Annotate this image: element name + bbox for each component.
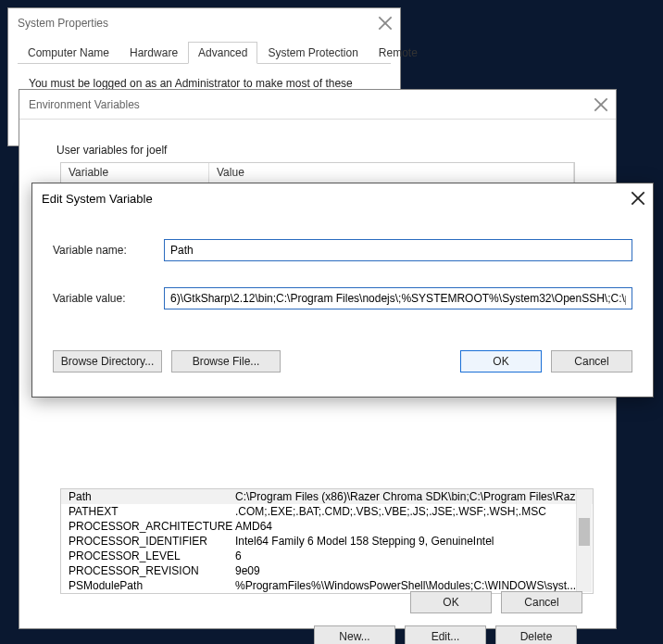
close-icon[interactable] xyxy=(594,97,608,112)
edit-system-variable-dialog: Edit System Variable Variable name: Vari… xyxy=(31,183,654,398)
system-variables-list[interactable]: PathC:\Program Files (x86)\Razer Chroma … xyxy=(60,488,594,594)
new-button[interactable]: New... xyxy=(314,625,395,644)
table-row: PROCESSOR_ARCHITECTUREAMD64 xyxy=(61,519,593,534)
variable-value-label: Variable value: xyxy=(53,292,164,305)
envvars-titlebar: Environment Variables xyxy=(19,90,616,120)
tab-computer-name[interactable]: Computer Name xyxy=(18,42,119,64)
col-variable[interactable]: Variable xyxy=(61,163,209,183)
edit-button[interactable]: Edit... xyxy=(405,625,486,644)
table-row: PROCESSOR_REVISION9e09 xyxy=(61,563,593,578)
user-vars-header: Variable Value xyxy=(60,162,575,184)
sysprops-tabs: Computer Name Hardware Advanced System P… xyxy=(8,38,400,64)
table-row: PATHEXT.COM;.EXE;.BAT;.CMD;.VBS;.VBE;.JS… xyxy=(61,504,593,519)
table-row: PROCESSOR_IDENTIFIERIntel64 Family 6 Mod… xyxy=(61,534,593,549)
envvars-footer: OK Cancel xyxy=(410,591,582,613)
table-row: PROCESSOR_LEVEL6 xyxy=(61,549,593,563)
tab-hardware[interactable]: Hardware xyxy=(119,42,188,64)
system-vars-btnrow: New... Edit... Delete xyxy=(314,625,577,644)
col-value[interactable]: Value xyxy=(209,163,574,183)
close-icon[interactable] xyxy=(378,16,393,31)
tab-remote[interactable]: Remote xyxy=(369,42,428,64)
table-row: PathC:\Program Files (x86)\Razer Chroma … xyxy=(61,489,593,504)
cancel-button[interactable]: Cancel xyxy=(501,591,582,613)
sysprops-title: System Properties xyxy=(18,17,108,30)
browse-file-button[interactable]: Browse File... xyxy=(171,350,281,373)
variable-value-input[interactable] xyxy=(164,287,632,309)
editvar-titlebar: Edit System Variable xyxy=(32,183,653,213)
variable-name-input[interactable] xyxy=(164,239,632,261)
close-icon[interactable] xyxy=(631,191,645,206)
browse-directory-button[interactable]: Browse Directory... xyxy=(53,350,162,373)
ok-button[interactable]: OK xyxy=(460,350,542,373)
cancel-button[interactable]: Cancel xyxy=(551,350,632,373)
editvar-title: Edit System Variable xyxy=(42,192,153,206)
user-variables-label: User variables for joelf xyxy=(56,144,616,157)
ok-button[interactable]: OK xyxy=(410,591,492,613)
tab-system-protection[interactable]: System Protection xyxy=(257,42,368,64)
delete-button[interactable]: Delete xyxy=(495,625,577,644)
scrollbar[interactable] xyxy=(576,490,592,592)
envvars-title: Environment Variables xyxy=(29,98,140,111)
sysprops-titlebar: System Properties xyxy=(8,8,400,38)
variable-name-label: Variable name: xyxy=(53,244,164,257)
tab-advanced[interactable]: Advanced xyxy=(188,42,257,64)
